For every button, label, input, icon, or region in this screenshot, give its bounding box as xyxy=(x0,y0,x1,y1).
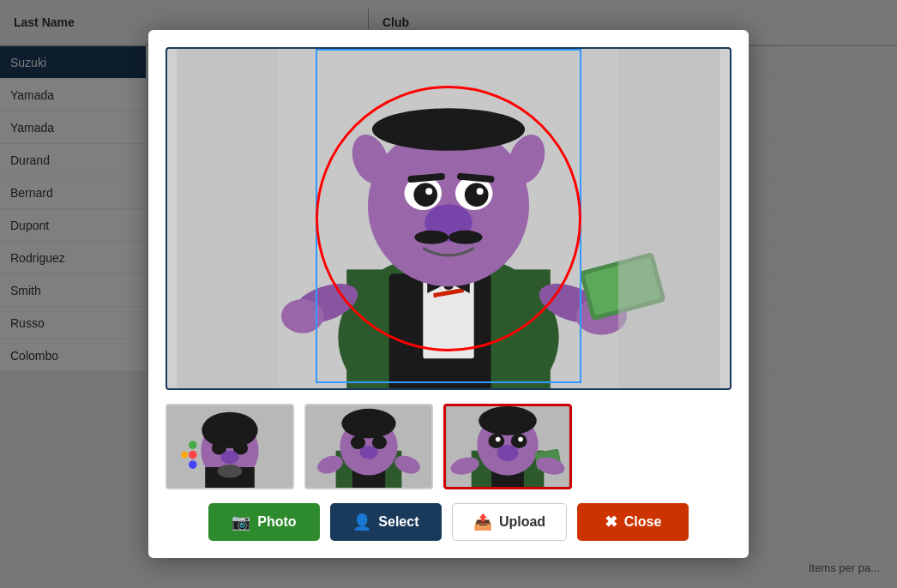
svg-point-21 xyxy=(465,183,489,207)
svg-point-41 xyxy=(218,465,243,477)
svg-point-52 xyxy=(372,436,387,449)
photo-button[interactable]: 📷 Photo xyxy=(208,503,320,541)
svg-point-44 xyxy=(189,441,197,449)
thumbnail-3-image xyxy=(446,406,569,487)
svg-point-28 xyxy=(448,231,483,244)
svg-point-23 xyxy=(477,188,484,195)
upload-button[interactable]: 📤 Upload xyxy=(452,503,567,541)
thumbnail-strip xyxy=(166,404,731,489)
close-button[interactable]: ✖ Close xyxy=(577,503,689,541)
thumbnail-1[interactable] xyxy=(166,404,294,489)
svg-point-60 xyxy=(479,406,537,435)
person-icon: 👤 xyxy=(352,513,371,531)
action-buttons: 📷 Photo 👤 Select 📤 Upload ✖ Close xyxy=(166,503,731,541)
close-icon: ✖ xyxy=(605,513,617,531)
svg-point-65 xyxy=(497,445,518,461)
select-button-label: Select xyxy=(378,514,418,530)
select-button[interactable]: 👤 Select xyxy=(330,503,442,541)
image-picker-modal: 📷 Photo 👤 Select 📤 Upload ✖ Close xyxy=(148,30,749,558)
thumbnail-2-image xyxy=(306,405,431,488)
svg-point-22 xyxy=(425,188,432,195)
thumbnail-3[interactable] xyxy=(443,404,572,489)
svg-point-50 xyxy=(341,409,395,439)
upload-button-label: Upload xyxy=(499,514,545,530)
puppet-image xyxy=(167,49,730,388)
thumbnail-1-image xyxy=(167,405,292,488)
camera-icon: 📷 xyxy=(232,513,250,531)
main-image-display xyxy=(166,47,731,390)
svg-point-20 xyxy=(413,183,437,207)
svg-point-45 xyxy=(181,452,188,459)
thumbnail-2[interactable] xyxy=(304,404,433,489)
upload-icon: 📤 xyxy=(473,513,492,531)
svg-point-64 xyxy=(518,437,523,442)
svg-point-39 xyxy=(220,451,238,464)
close-button-label: Close xyxy=(624,514,662,530)
svg-point-42 xyxy=(189,451,197,459)
svg-point-12 xyxy=(281,299,324,333)
svg-point-53 xyxy=(359,446,377,459)
svg-rect-33 xyxy=(618,49,720,388)
svg-point-29 xyxy=(372,108,525,151)
svg-point-63 xyxy=(496,437,501,442)
svg-point-27 xyxy=(414,231,448,244)
modal-overlay: 📷 Photo 👤 Select 📤 Upload ✖ Close xyxy=(0,0,897,588)
photo-button-label: Photo xyxy=(257,514,296,530)
svg-point-43 xyxy=(189,460,197,469)
svg-rect-32 xyxy=(177,49,279,388)
svg-point-36 xyxy=(202,412,257,448)
svg-point-51 xyxy=(351,436,365,449)
